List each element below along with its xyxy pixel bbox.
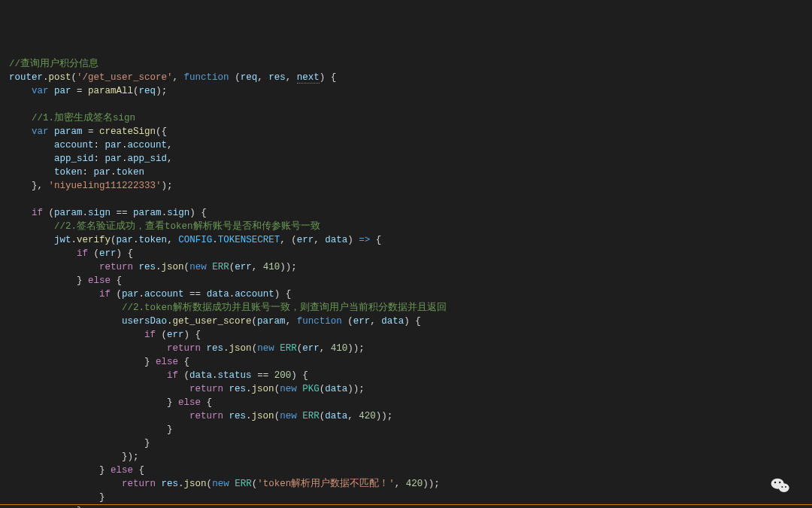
- code-token: {: [370, 235, 381, 245]
- code-line[interactable]: });: [9, 450, 812, 464]
- code-token: 'niyueling111222333': [49, 181, 162, 191]
- code-token: account: [144, 289, 184, 300]
- code-token: new: [280, 384, 297, 394]
- code-token: sign: [88, 208, 111, 218]
- code-line[interactable]: token: par.token: [9, 166, 812, 179]
- code-token: ,: [347, 411, 359, 421]
- code-token: res: [207, 343, 224, 354]
- code-token: ({: [156, 126, 167, 137]
- code-token: (: [71, 72, 77, 83]
- code-token: res: [268, 72, 286, 83]
- code-line[interactable]: return res.json(new ERR(err, 410));: [9, 342, 812, 355]
- code-token: err: [302, 343, 320, 354]
- code-line[interactable]: //2.token解析数据成功并且账号一致，则查询用户当前积分数据并且返回: [9, 301, 812, 315]
- code-token: [9, 194, 15, 205]
- code-token: token: [54, 167, 83, 178]
- code-token: 420: [359, 411, 376, 421]
- code-token: (: [229, 72, 241, 83]
- code-line[interactable]: } else {: [9, 355, 812, 369]
- code-line[interactable]: } else {: [9, 396, 812, 409]
- code-token: [9, 154, 54, 164]
- code-token: .: [43, 72, 49, 83]
- code-token: [9, 126, 32, 137]
- code-token: ==: [252, 370, 274, 381]
- code-token: else: [111, 465, 133, 476]
- code-token: }: [9, 438, 150, 449]
- code-token: =: [71, 86, 89, 96]
- code-line[interactable]: account: par.account,: [9, 138, 812, 152]
- code-token: return: [189, 411, 223, 421]
- code-line[interactable]: //1.加密生成签名sign: [9, 111, 812, 125]
- code-line[interactable]: var param = createSign({: [9, 125, 812, 138]
- code-token: req: [241, 72, 258, 83]
- code-token: 200: [274, 370, 292, 381]
- code-line[interactable]: if (param.sign == param.sign) {: [9, 206, 812, 220]
- code-line[interactable]: } else {: [9, 274, 812, 287]
- code-token: app_sid: [128, 154, 168, 164]
- code-token: token: [117, 167, 145, 178]
- code-token: res: [229, 384, 247, 394]
- code-token: json: [252, 384, 274, 394]
- code-token: data: [325, 235, 347, 245]
- svg-point-5: [785, 486, 786, 488]
- watermark: [770, 475, 798, 496]
- code-token: [9, 330, 144, 340]
- code-line[interactable]: } else {: [9, 464, 812, 477]
- code-editor[interactable]: //查询用户积分信息router.post('/get_user_score',…: [0, 54, 812, 508]
- code-line[interactable]: var par = paramAll(req);: [9, 84, 812, 98]
- code-line[interactable]: }: [9, 437, 812, 450]
- code-token: if: [167, 370, 178, 381]
- code-token: ) {: [274, 289, 292, 300]
- code-line[interactable]: }: [9, 423, 812, 437]
- code-token: :: [94, 154, 105, 164]
- code-line[interactable]: return res.json(new ERR(err, 410));: [9, 260, 812, 274]
- code-line[interactable]: jwt.verify(par.token, CONFIG.TOKENSECRET…: [9, 233, 812, 247]
- code-token: PKG: [302, 384, 320, 394]
- code-line[interactable]: return res.json(new ERR(data, 420));: [9, 409, 812, 423]
- code-line[interactable]: }, 'niyueling111222333');: [9, 179, 812, 193]
- code-line[interactable]: return res.json(new ERR('token解析用户数据不匹配！…: [9, 477, 812, 491]
- code-line[interactable]: app_sid: par.app_sid,: [9, 152, 812, 166]
- code-line[interactable]: //2.签名验证成功，查看token解析账号是否和传参账号一致: [9, 220, 812, 233]
- code-token: param: [54, 126, 83, 137]
- code-line[interactable]: //查询用户积分信息: [9, 57, 812, 71]
- code-token: :: [94, 140, 105, 151]
- code-line[interactable]: if (par.account == data.account) {: [9, 287, 812, 301]
- code-line[interactable]: router.post('/get_user_score', function …: [9, 71, 812, 84]
- code-token: [9, 303, 122, 313]
- code-token: (: [252, 316, 258, 327]
- code-token: ,: [252, 262, 263, 272]
- code-token: [9, 208, 32, 218]
- code-token: ,: [173, 72, 184, 83]
- code-line[interactable]: }: [9, 491, 812, 504]
- code-line[interactable]: return res.json(new PKG(data));: [9, 382, 812, 396]
- code-token: [133, 262, 139, 272]
- code-token: [9, 411, 189, 421]
- code-line[interactable]: [9, 98, 812, 111]
- code-token: .: [212, 370, 218, 381]
- code-token: ERR: [235, 479, 252, 489]
- code-token: data: [325, 384, 347, 394]
- code-token: ));: [347, 384, 365, 394]
- code-token: json: [162, 262, 184, 272]
- code-line[interactable]: if (err) {: [9, 247, 812, 260]
- code-token: (: [88, 248, 99, 259]
- code-line[interactable]: if (err) {: [9, 328, 812, 342]
- code-token: ) {: [320, 72, 337, 83]
- code-token: 'token解析用户数据不匹配！': [257, 479, 395, 489]
- code-token: next: [297, 72, 320, 84]
- code-line[interactable]: }: [9, 504, 812, 508]
- code-token: .: [167, 316, 173, 327]
- code-token: status: [218, 370, 252, 381]
- code-line[interactable]: if (data.status == 200) {: [9, 369, 812, 382]
- code-token: 410: [331, 343, 348, 354]
- code-token: :: [83, 167, 94, 178]
- code-line[interactable]: usersDao.get_user_score(param, function …: [9, 315, 812, 328]
- code-token: json: [184, 479, 207, 489]
- code-token: ,: [395, 479, 406, 489]
- code-token: if: [144, 330, 156, 340]
- code-line[interactable]: [9, 193, 812, 206]
- code-token: data: [381, 316, 404, 327]
- code-token: .: [122, 140, 128, 151]
- code-token: {: [201, 397, 212, 408]
